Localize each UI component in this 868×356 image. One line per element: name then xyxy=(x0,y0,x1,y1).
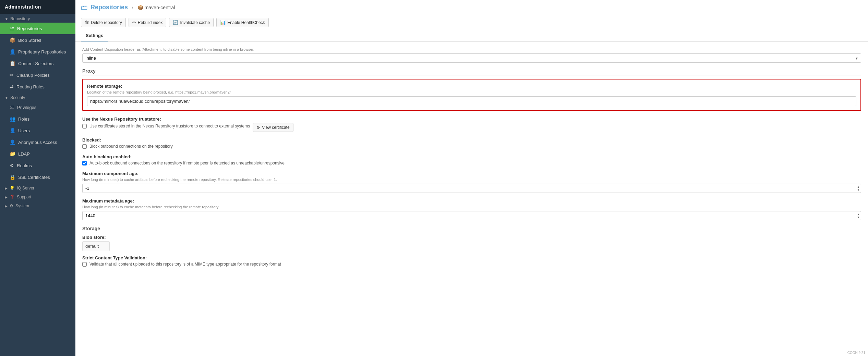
invalidate-cache-button[interactable]: 🔄 Invalidate cache xyxy=(169,18,214,27)
max-component-age-desc: How long (in minutes) to cache artifacts… xyxy=(82,177,861,182)
strict-content-desc: Validate that all content uploaded to th… xyxy=(89,262,281,267)
use-nexus-truststore-desc: Use certificates stored in the Nexus Rep… xyxy=(89,124,250,128)
cleanup-policies-icon: ✏ xyxy=(10,72,14,78)
sidebar-item-realms[interactable]: ⚙ Realms xyxy=(0,160,75,171)
max-metadata-age-input[interactable] xyxy=(82,211,861,220)
auto-blocking-group: Auto blocking enabled: Auto-block outbou… xyxy=(82,154,861,165)
max-component-age-wrap: ▲ ▼ xyxy=(82,184,861,193)
blocked-label: Blocked: xyxy=(82,137,861,143)
healthcheck-icon: 📊 xyxy=(220,20,226,25)
sidebar-section-iq-server-label: IQ Server xyxy=(17,186,34,191)
auto-blocking-desc: Auto-block outbound connections on the r… xyxy=(89,161,285,165)
proprietary-repos-icon: 👤 xyxy=(10,49,15,54)
max-component-age-spinner[interactable]: ▲ ▼ xyxy=(857,185,860,191)
max-metadata-age-label: Maximum metadata age: xyxy=(82,198,861,204)
settings-content: Add Content-Disposition header as 'Attac… xyxy=(75,42,868,356)
remote-storage-label: Remote storage: xyxy=(87,84,856,89)
auto-blocking-label: Auto blocking enabled: xyxy=(82,154,861,159)
page-title: Repositories xyxy=(91,4,128,11)
sidebar-section-support[interactable]: ▶ ❓ Support xyxy=(0,192,75,201)
proxy-section: Proxy Remote storage: Location of the re… xyxy=(82,68,861,220)
main-content: 🗃 Repositories / 📦 maven-central 🗑 Delet… xyxy=(75,0,868,356)
blocked-checkbox[interactable] xyxy=(82,144,87,149)
max-component-age-group: Maximum component age: How long (in minu… xyxy=(82,171,861,193)
use-nexus-truststore-group: Use the Nexus Repository truststore: Use… xyxy=(82,116,861,132)
anonymous-access-icon: 👤 xyxy=(10,139,15,145)
sidebar-item-repositories[interactable]: 🗃 Repositories xyxy=(0,23,75,34)
tab-settings[interactable]: Settings xyxy=(81,30,108,41)
content-disposition-select[interactable]: Inline Attachment xyxy=(82,53,861,63)
content-disposition-group: Add Content-Disposition header as 'Attac… xyxy=(82,47,861,63)
use-nexus-truststore-checkbox[interactable] xyxy=(82,124,87,128)
security-chevron-icon: ▼ xyxy=(5,96,8,100)
blob-store-value: default xyxy=(82,241,110,251)
auto-blocking-checkbox[interactable] xyxy=(82,161,87,165)
blocked-desc: Block outbound connections on the reposi… xyxy=(89,144,173,149)
blocked-group: Blocked: Block outbound connections on t… xyxy=(82,137,861,149)
blocked-row: Block outbound connections on the reposi… xyxy=(82,144,861,149)
users-icon: 👤 xyxy=(10,128,15,133)
system-icon: ⚙ xyxy=(10,204,13,208)
use-nexus-truststore-row: Use certificates stored in the Nexus Rep… xyxy=(82,124,250,128)
rebuild-index-label: Rebuild index xyxy=(138,20,163,25)
sidebar-section-security[interactable]: ▼ Security xyxy=(0,93,75,101)
system-arrow-icon: ▶ xyxy=(5,204,8,208)
roles-icon: 👥 xyxy=(10,116,15,122)
sidebar-item-anonymous-access[interactable]: 👤 Anonymous Access xyxy=(0,136,75,148)
max-component-age-label: Maximum component age: xyxy=(82,171,861,176)
sidebar-item-repositories-label: Repositories xyxy=(17,26,42,31)
sidebar-item-ssl-certificates[interactable]: 🔒 SSL Certificates xyxy=(0,171,75,183)
rebuild-icon: ✏ xyxy=(132,20,136,25)
sidebar-item-roles[interactable]: 👥 Roles xyxy=(0,113,75,125)
tab-settings-label: Settings xyxy=(86,33,103,38)
sidebar-section-repository[interactable]: ▼ Repository xyxy=(0,14,75,23)
delete-repository-button[interactable]: 🗑 Delete repository xyxy=(81,18,126,27)
rebuild-index-button[interactable]: ✏ Rebuild index xyxy=(129,18,167,27)
remote-storage-input[interactable] xyxy=(87,96,856,106)
invalidate-icon: 🔄 xyxy=(173,20,178,25)
max-metadata-age-spinner[interactable]: ▲ ▼ xyxy=(857,213,860,219)
trash-icon: 🗑 xyxy=(85,20,89,25)
view-certificate-button[interactable]: ⚙ View certificate xyxy=(253,123,293,132)
remote-storage-desc: Location of the remote repository being … xyxy=(87,90,856,94)
sidebar-item-blob-stores[interactable]: 📦 Blob Stores xyxy=(0,34,75,46)
enable-healthcheck-label: Enable HealthCheck xyxy=(227,20,265,25)
strict-content-checkbox[interactable] xyxy=(82,262,87,267)
sidebar-item-ldap[interactable]: 📁 LDAP xyxy=(0,148,75,160)
breadcrumb-separator: / xyxy=(132,5,133,10)
sidebar-item-blob-stores-label: Blob Stores xyxy=(18,38,41,43)
max-component-age-input[interactable] xyxy=(82,184,861,193)
sidebar-section-iq-server[interactable]: ▶ 💡 IQ Server xyxy=(0,183,75,192)
sidebar-item-proprietary-repos[interactable]: 👤 Proprietary Repositories xyxy=(0,46,75,58)
realms-icon: ⚙ xyxy=(10,163,14,168)
sidebar-item-realms-label: Realms xyxy=(17,163,32,168)
spinner-down-icon[interactable]: ▼ xyxy=(857,188,860,191)
routing-rules-icon: ⇄ xyxy=(10,84,14,89)
certificate-icon: ⚙ xyxy=(256,125,260,130)
sidebar-item-cleanup-policies-label: Cleanup Policies xyxy=(16,73,50,78)
auto-blocking-row: Auto-block outbound connections on the r… xyxy=(82,161,861,165)
sidebar-section-system[interactable]: ▶ ⚙ System xyxy=(0,201,75,210)
sidebar-item-privileges-label: Privileges xyxy=(17,105,36,110)
sidebar-section-support-label: Support xyxy=(17,195,31,199)
blob-stores-icon: 📦 xyxy=(10,37,15,43)
sidebar-item-roles-label: Roles xyxy=(18,116,29,122)
blob-store-label: Blob store: xyxy=(82,235,861,240)
tab-bar: Settings xyxy=(75,30,868,42)
spinner-up-icon[interactable]: ▲ xyxy=(857,185,860,188)
ldap-icon: 📁 xyxy=(10,151,15,157)
repo-name-label: maven-central xyxy=(145,5,175,10)
support-arrow-icon: ▶ xyxy=(5,195,8,199)
sidebar-item-ldap-label: LDAP xyxy=(18,151,30,157)
sidebar-item-privileges[interactable]: 🏷 Privileges xyxy=(0,101,75,113)
iq-server-arrow-icon: ▶ xyxy=(5,186,8,190)
sidebar-item-content-selectors[interactable]: 📋 Content Selectors xyxy=(0,58,75,69)
metadata-spinner-up-icon[interactable]: ▲ xyxy=(857,213,860,216)
sidebar-item-cleanup-policies[interactable]: ✏ Cleanup Policies xyxy=(0,69,75,81)
enable-healthcheck-button[interactable]: 📊 Enable HealthCheck xyxy=(216,18,268,27)
sidebar-item-routing-rules[interactable]: ⇄ Routing Rules xyxy=(0,81,75,93)
repositories-header-icon: 🗃 xyxy=(81,3,88,11)
storage-section: Storage Blob store: default Strict Conte… xyxy=(82,226,861,267)
metadata-spinner-down-icon[interactable]: ▼ xyxy=(857,216,860,219)
sidebar-item-users[interactable]: 👤 Users xyxy=(0,125,75,136)
